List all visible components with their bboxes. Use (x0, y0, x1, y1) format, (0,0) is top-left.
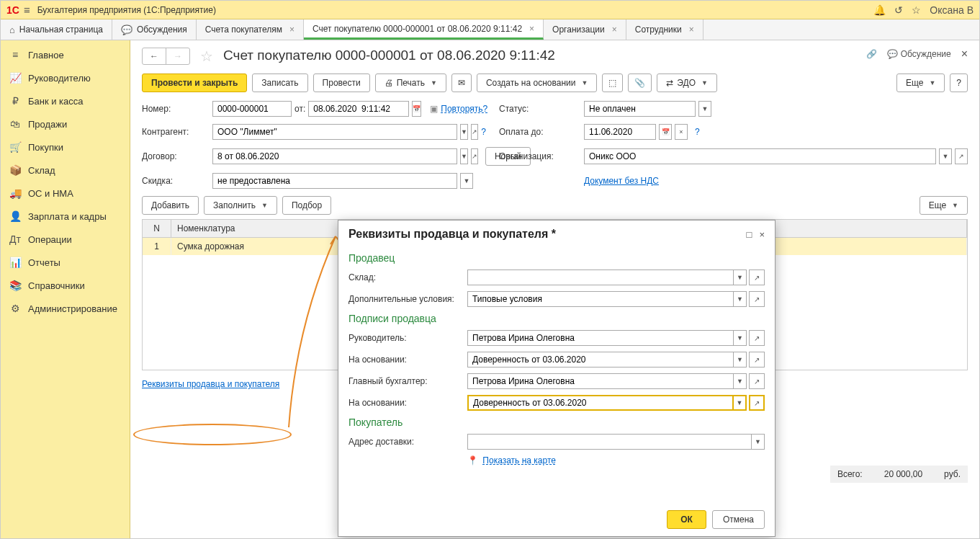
payby-clear-icon[interactable]: × (675, 124, 688, 140)
close-icon[interactable]: × (689, 24, 694, 35)
basis2-open-icon[interactable]: ↗ (749, 395, 765, 411)
close-icon[interactable]: × (529, 24, 534, 34)
contractor-open-icon[interactable]: ↗ (471, 124, 478, 140)
org-open-icon[interactable]: ↗ (955, 148, 968, 164)
edo-button[interactable]: ⇄ ЭДО▼ (657, 74, 717, 92)
contract-input[interactable] (212, 148, 457, 164)
create-based-button[interactable]: Создать на основании▼ (477, 74, 597, 92)
attach-button[interactable]: 📎 (628, 74, 652, 92)
forward-button[interactable]: → (166, 48, 189, 64)
close-icon[interactable]: × (289, 24, 295, 35)
conditions-input[interactable] (467, 291, 734, 307)
modal-cancel-button[interactable]: Отмена (712, 510, 765, 529)
accountant-input[interactable] (467, 373, 734, 389)
tab-home[interactable]: ⌂Начальная страница (1, 19, 112, 40)
back-button[interactable]: ← (143, 48, 166, 64)
contract-open-icon[interactable]: ↗ (471, 148, 478, 164)
sidebar-item-1[interactable]: 📈Руководителю (1, 66, 130, 89)
date-input[interactable] (308, 101, 409, 117)
payby-calendar-icon[interactable]: 📅 (659, 124, 672, 140)
bell-icon[interactable]: 🔔 (873, 4, 886, 16)
user-name[interactable]: Оксана В (930, 4, 974, 16)
basis1-input[interactable] (467, 352, 734, 368)
select-button[interactable]: Подбор (282, 196, 331, 215)
tab-orgs[interactable]: Организации× (544, 19, 626, 40)
sidebar-item-2[interactable]: ₽Банк и касса (1, 89, 130, 112)
close-icon[interactable]: × (612, 24, 617, 35)
sidebar-item-9[interactable]: 📊Отчеты (1, 251, 130, 274)
discussion-link[interactable]: 💬 Обсуждение (887, 49, 950, 59)
basis1-open-icon[interactable]: ↗ (749, 352, 765, 368)
sidebar-item-6[interactable]: 🚚ОС и НМА (1, 182, 130, 205)
post-button[interactable]: Провести (313, 74, 370, 92)
add-row-button[interactable]: Добавить (142, 196, 199, 215)
close-doc-button[interactable]: × (961, 48, 968, 61)
tab-employees[interactable]: Сотрудники× (626, 19, 703, 40)
org-dropdown-icon[interactable]: ▼ (939, 148, 952, 164)
conditions-dropdown-icon[interactable]: ▼ (734, 291, 747, 307)
basis2-dropdown-icon[interactable]: ▼ (734, 395, 747, 411)
discount-dropdown-icon[interactable]: ▼ (460, 173, 473, 189)
modal-close-icon[interactable]: × (759, 229, 765, 240)
repeat-link[interactable]: Повторять? (441, 104, 487, 114)
calendar-icon[interactable]: 📅 (412, 101, 421, 117)
print-button[interactable]: 🖨 Печать▼ (375, 74, 446, 92)
table-more-button[interactable]: Еще▼ (920, 196, 968, 215)
sidebar-item-5[interactable]: 📦Склад (1, 159, 130, 182)
status-input[interactable] (584, 101, 696, 117)
contract-dropdown-icon[interactable]: ▼ (460, 148, 468, 164)
payby-input[interactable] (584, 124, 656, 140)
fill-button[interactable]: Заполнить▼ (204, 196, 277, 215)
accountant-open-icon[interactable]: ↗ (749, 373, 765, 389)
menu-icon[interactable]: ≡ (24, 4, 30, 16)
more-button[interactable]: Еще▼ (896, 74, 945, 92)
payby-help-icon[interactable]: ? (695, 127, 700, 137)
org-input[interactable] (584, 148, 936, 164)
basis1-dropdown-icon[interactable]: ▼ (734, 352, 747, 368)
tab-current-doc[interactable]: Счет покупателю 0000-000001 от 08.06.202… (304, 19, 544, 40)
contractor-help-icon[interactable]: ? (481, 127, 486, 137)
modal-maximize-icon[interactable]: □ (747, 229, 752, 240)
app-topbar: 1C ≡ Бухгалтерия предприятия (1С:Предпри… (1, 1, 979, 19)
contractor-input[interactable] (212, 124, 457, 140)
email-button[interactable]: ✉ (451, 74, 472, 92)
contractor-dropdown-icon[interactable]: ▼ (460, 124, 468, 140)
accountant-dropdown-icon[interactable]: ▼ (734, 373, 747, 389)
manager-open-icon[interactable]: ↗ (749, 330, 765, 346)
warehouse-dropdown-icon[interactable]: ▼ (734, 270, 747, 285)
sidebar-item-3[interactable]: 🛍Продажи (1, 112, 130, 135)
show-on-map-link[interactable]: Показать на карте (482, 455, 556, 466)
manager-dropdown-icon[interactable]: ▼ (734, 330, 747, 346)
sidebar-item-11[interactable]: ⚙Администрирование (1, 297, 130, 320)
tab-discussions[interactable]: 💬Обсуждения (112, 19, 197, 40)
nds-link[interactable]: Документ без НДС (584, 176, 659, 186)
totals-panel: Всего: 20 000,00 руб. (830, 466, 968, 483)
seller-buyer-details-link[interactable]: Реквизиты продавца и покупателя (142, 379, 279, 389)
conditions-open-icon[interactable]: ↗ (749, 291, 765, 307)
tab-invoices[interactable]: Счета покупателям× (197, 19, 304, 40)
sidebar-item-8[interactable]: ДтОперации (1, 228, 130, 251)
address-input[interactable] (467, 434, 752, 450)
link-icon[interactable]: 🔗 (866, 49, 877, 59)
warehouse-open-icon[interactable]: ↗ (749, 270, 765, 285)
status-dropdown-icon[interactable]: ▼ (698, 101, 711, 117)
warehouse-input[interactable] (467, 270, 734, 285)
sidebar-item-7[interactable]: 👤Зарплата и кадры (1, 205, 130, 228)
modal-ok-button[interactable]: ОК (667, 510, 706, 529)
sidebar-item-0[interactable]: ≡Главное (1, 43, 130, 66)
post-and-close-button[interactable]: Провести и закрыть (142, 74, 247, 92)
manager-input[interactable] (467, 330, 734, 346)
structure-button[interactable]: ⬚ (602, 74, 623, 92)
address-dropdown-icon[interactable]: ▼ (752, 434, 765, 450)
number-input[interactable] (212, 101, 292, 117)
basis2-input[interactable] (467, 395, 734, 411)
favorite-star-icon[interactable]: ☆ (200, 48, 213, 65)
seller-section-title: Продавец (349, 252, 765, 264)
history-icon[interactable]: ↺ (894, 4, 903, 16)
discount-input[interactable] (212, 173, 457, 189)
sidebar-item-4[interactable]: 🛒Покупки (1, 135, 130, 159)
star-icon[interactable]: ☆ (912, 4, 921, 16)
save-button[interactable]: Записать (252, 74, 307, 92)
sidebar-item-10[interactable]: 📚Справочники (1, 274, 130, 297)
help-button[interactable]: ? (950, 74, 968, 92)
